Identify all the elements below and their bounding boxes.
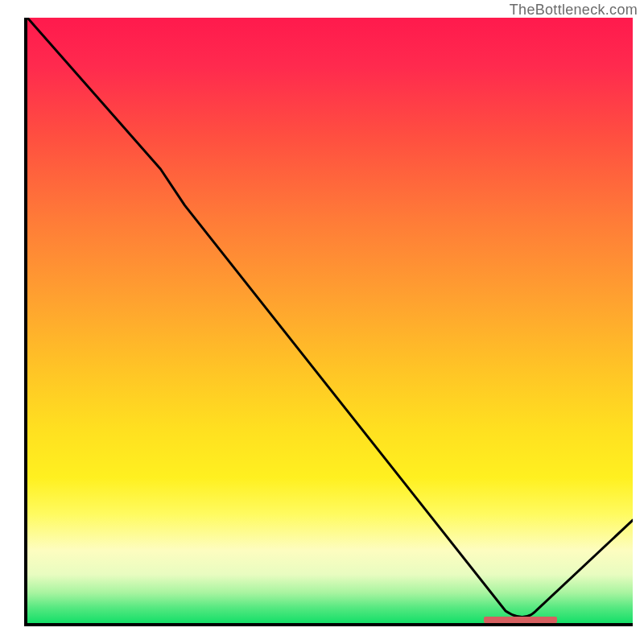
- plot-area: [24, 18, 633, 626]
- watermark-text: TheBottleneck.com: [510, 2, 638, 19]
- chart-line-svg: [27, 18, 633, 623]
- chart-curve: [27, 18, 633, 617]
- minimum-marker: [484, 617, 557, 623]
